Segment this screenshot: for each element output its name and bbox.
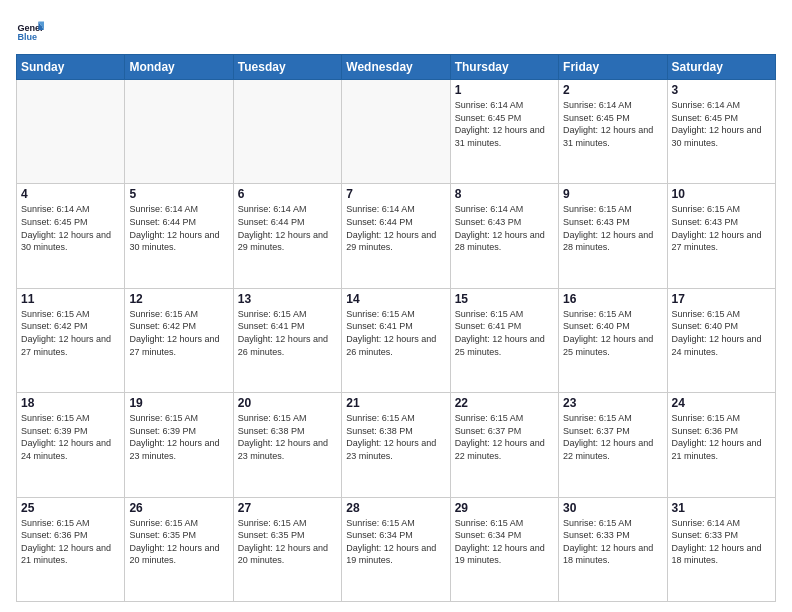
day-number: 1 [455,83,554,97]
calendar-cell: 6Sunrise: 6:14 AM Sunset: 6:44 PM Daylig… [233,184,341,288]
day-info: Sunrise: 6:15 AM Sunset: 6:42 PM Dayligh… [129,308,228,358]
day-info: Sunrise: 6:15 AM Sunset: 6:41 PM Dayligh… [346,308,445,358]
day-info: Sunrise: 6:15 AM Sunset: 6:34 PM Dayligh… [455,517,554,567]
day-info: Sunrise: 6:15 AM Sunset: 6:39 PM Dayligh… [21,412,120,462]
day-number: 12 [129,292,228,306]
day-number: 19 [129,396,228,410]
header: General Blue [16,16,776,44]
calendar-cell: 12Sunrise: 6:15 AM Sunset: 6:42 PM Dayli… [125,288,233,392]
day-number: 24 [672,396,771,410]
logo: General Blue [16,16,48,44]
day-info: Sunrise: 6:15 AM Sunset: 6:36 PM Dayligh… [21,517,120,567]
day-number: 22 [455,396,554,410]
day-info: Sunrise: 6:15 AM Sunset: 6:33 PM Dayligh… [563,517,662,567]
calendar-cell: 16Sunrise: 6:15 AM Sunset: 6:40 PM Dayli… [559,288,667,392]
day-number: 31 [672,501,771,515]
calendar-week-3: 11Sunrise: 6:15 AM Sunset: 6:42 PM Dayli… [17,288,776,392]
day-number: 10 [672,187,771,201]
day-number: 25 [21,501,120,515]
calendar-cell [233,80,341,184]
calendar-cell: 21Sunrise: 6:15 AM Sunset: 6:38 PM Dayli… [342,393,450,497]
day-number: 11 [21,292,120,306]
day-number: 15 [455,292,554,306]
calendar-cell: 8Sunrise: 6:14 AM Sunset: 6:43 PM Daylig… [450,184,558,288]
svg-text:Blue: Blue [17,32,37,42]
day-number: 30 [563,501,662,515]
calendar-cell: 5Sunrise: 6:14 AM Sunset: 6:44 PM Daylig… [125,184,233,288]
day-number: 20 [238,396,337,410]
day-info: Sunrise: 6:14 AM Sunset: 6:45 PM Dayligh… [563,99,662,149]
calendar-cell: 9Sunrise: 6:15 AM Sunset: 6:43 PM Daylig… [559,184,667,288]
day-info: Sunrise: 6:15 AM Sunset: 6:35 PM Dayligh… [129,517,228,567]
calendar-cell: 14Sunrise: 6:15 AM Sunset: 6:41 PM Dayli… [342,288,450,392]
calendar-cell: 17Sunrise: 6:15 AM Sunset: 6:40 PM Dayli… [667,288,775,392]
day-number: 23 [563,396,662,410]
day-header-monday: Monday [125,55,233,80]
calendar-cell: 3Sunrise: 6:14 AM Sunset: 6:45 PM Daylig… [667,80,775,184]
day-number: 8 [455,187,554,201]
calendar-cell: 7Sunrise: 6:14 AM Sunset: 6:44 PM Daylig… [342,184,450,288]
day-number: 6 [238,187,337,201]
day-header-wednesday: Wednesday [342,55,450,80]
day-info: Sunrise: 6:15 AM Sunset: 6:41 PM Dayligh… [238,308,337,358]
day-number: 27 [238,501,337,515]
day-info: Sunrise: 6:15 AM Sunset: 6:34 PM Dayligh… [346,517,445,567]
calendar-cell [342,80,450,184]
day-header-thursday: Thursday [450,55,558,80]
day-number: 16 [563,292,662,306]
day-info: Sunrise: 6:14 AM Sunset: 6:33 PM Dayligh… [672,517,771,567]
calendar-cell: 30Sunrise: 6:15 AM Sunset: 6:33 PM Dayli… [559,497,667,601]
day-info: Sunrise: 6:15 AM Sunset: 6:40 PM Dayligh… [563,308,662,358]
calendar-cell: 1Sunrise: 6:14 AM Sunset: 6:45 PM Daylig… [450,80,558,184]
day-header-sunday: Sunday [17,55,125,80]
page: General Blue SundayMondayTuesdayWednesda… [0,0,792,612]
calendar-week-4: 18Sunrise: 6:15 AM Sunset: 6:39 PM Dayli… [17,393,776,497]
day-number: 29 [455,501,554,515]
calendar-cell [17,80,125,184]
calendar-cell: 23Sunrise: 6:15 AM Sunset: 6:37 PM Dayli… [559,393,667,497]
day-info: Sunrise: 6:15 AM Sunset: 6:36 PM Dayligh… [672,412,771,462]
day-info: Sunrise: 6:14 AM Sunset: 6:44 PM Dayligh… [129,203,228,253]
calendar-table: SundayMondayTuesdayWednesdayThursdayFrid… [16,54,776,602]
day-number: 4 [21,187,120,201]
day-header-friday: Friday [559,55,667,80]
day-info: Sunrise: 6:15 AM Sunset: 6:41 PM Dayligh… [455,308,554,358]
calendar-cell: 2Sunrise: 6:14 AM Sunset: 6:45 PM Daylig… [559,80,667,184]
calendar-cell: 15Sunrise: 6:15 AM Sunset: 6:41 PM Dayli… [450,288,558,392]
calendar-cell: 20Sunrise: 6:15 AM Sunset: 6:38 PM Dayli… [233,393,341,497]
calendar-cell: 28Sunrise: 6:15 AM Sunset: 6:34 PM Dayli… [342,497,450,601]
day-info: Sunrise: 6:15 AM Sunset: 6:35 PM Dayligh… [238,517,337,567]
day-info: Sunrise: 6:14 AM Sunset: 6:45 PM Dayligh… [672,99,771,149]
calendar-cell: 22Sunrise: 6:15 AM Sunset: 6:37 PM Dayli… [450,393,558,497]
calendar-cell: 11Sunrise: 6:15 AM Sunset: 6:42 PM Dayli… [17,288,125,392]
calendar-week-5: 25Sunrise: 6:15 AM Sunset: 6:36 PM Dayli… [17,497,776,601]
calendar-week-1: 1Sunrise: 6:14 AM Sunset: 6:45 PM Daylig… [17,80,776,184]
day-number: 2 [563,83,662,97]
calendar-cell: 24Sunrise: 6:15 AM Sunset: 6:36 PM Dayli… [667,393,775,497]
day-number: 18 [21,396,120,410]
calendar-cell: 31Sunrise: 6:14 AM Sunset: 6:33 PM Dayli… [667,497,775,601]
day-header-tuesday: Tuesday [233,55,341,80]
calendar-cell: 10Sunrise: 6:15 AM Sunset: 6:43 PM Dayli… [667,184,775,288]
day-info: Sunrise: 6:15 AM Sunset: 6:39 PM Dayligh… [129,412,228,462]
calendar-header-row: SundayMondayTuesdayWednesdayThursdayFrid… [17,55,776,80]
day-info: Sunrise: 6:14 AM Sunset: 6:43 PM Dayligh… [455,203,554,253]
day-number: 13 [238,292,337,306]
day-header-saturday: Saturday [667,55,775,80]
day-number: 21 [346,396,445,410]
day-number: 17 [672,292,771,306]
day-info: Sunrise: 6:15 AM Sunset: 6:40 PM Dayligh… [672,308,771,358]
day-info: Sunrise: 6:14 AM Sunset: 6:45 PM Dayligh… [21,203,120,253]
day-info: Sunrise: 6:15 AM Sunset: 6:37 PM Dayligh… [455,412,554,462]
day-number: 14 [346,292,445,306]
calendar-cell: 29Sunrise: 6:15 AM Sunset: 6:34 PM Dayli… [450,497,558,601]
day-number: 5 [129,187,228,201]
calendar-cell: 25Sunrise: 6:15 AM Sunset: 6:36 PM Dayli… [17,497,125,601]
calendar-cell: 13Sunrise: 6:15 AM Sunset: 6:41 PM Dayli… [233,288,341,392]
calendar-cell: 18Sunrise: 6:15 AM Sunset: 6:39 PM Dayli… [17,393,125,497]
calendar-cell: 26Sunrise: 6:15 AM Sunset: 6:35 PM Dayli… [125,497,233,601]
day-number: 28 [346,501,445,515]
calendar-cell: 4Sunrise: 6:14 AM Sunset: 6:45 PM Daylig… [17,184,125,288]
calendar-cell: 19Sunrise: 6:15 AM Sunset: 6:39 PM Dayli… [125,393,233,497]
day-info: Sunrise: 6:15 AM Sunset: 6:38 PM Dayligh… [346,412,445,462]
